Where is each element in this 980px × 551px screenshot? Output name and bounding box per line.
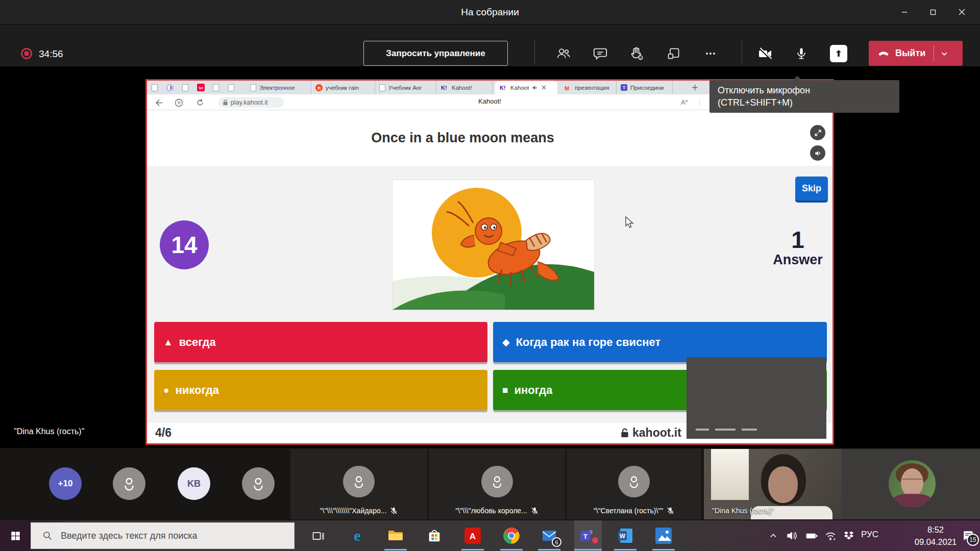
notification-count: 15 <box>969 536 976 543</box>
tab-close-icon[interactable] <box>541 85 547 90</box>
new-tab-button[interactable] <box>688 82 701 93</box>
answer-text: всегда <box>179 336 216 349</box>
taskbar-photos[interactable] <box>654 527 673 545</box>
teams-meeting-window: На собрании 34:56 Запросить управление В… <box>0 0 980 551</box>
taskbar-edge[interactable]: e <box>348 527 366 545</box>
pinned-tab-3[interactable] <box>178 81 193 94</box>
shared-browser-window: ivi Электронное Я учебник rain Учебник А… <box>145 79 834 445</box>
chat-button[interactable] <box>591 44 609 63</box>
photos-icon <box>655 528 672 544</box>
pinned-tab-5[interactable] <box>208 81 224 94</box>
participant-tile[interactable]: "\"Светлана (гость)\"" <box>567 449 701 519</box>
breakout-rooms-button[interactable] <box>665 44 683 63</box>
tab-electronnoe[interactable]: Электронное <box>246 81 311 94</box>
participant-video-tile[interactable]: "Dina Khus (гость)" <box>704 449 842 519</box>
share-screen-button[interactable] <box>830 45 847 62</box>
mic-off-icon <box>667 507 674 515</box>
raise-hand-button[interactable] <box>627 44 646 63</box>
participant-avatar-initials[interactable]: KB <box>178 467 210 500</box>
overflow-participants-avatar[interactable]: +10 <box>49 467 82 500</box>
photo-face <box>901 468 923 497</box>
tab-label: Учебник Анг <box>388 85 422 91</box>
tab-prisoedini[interactable]: T Присоедини <box>617 81 673 94</box>
start-button[interactable] <box>0 520 31 551</box>
person-icon <box>120 475 138 492</box>
running-indicator <box>538 549 560 550</box>
taskbar-chrome[interactable] <box>502 527 521 545</box>
leave-button-label: Выйти <box>895 48 925 59</box>
svg-text:ivi: ivi <box>199 86 203 90</box>
tab-kahoot-1[interactable]: K! Kahoot! <box>436 81 493 94</box>
toolbar-separator <box>534 40 535 64</box>
person-icon <box>489 473 505 490</box>
answer-option-blue[interactable]: ◆ Когда рак на горе свиснет <box>493 322 827 362</box>
breakout-rooms-icon <box>667 46 681 61</box>
participant-tile[interactable]: "\"\\\"любовь короле... <box>429 449 565 519</box>
participants-button[interactable] <box>554 44 573 63</box>
search-icon <box>42 531 53 541</box>
crawfish-illustration <box>393 180 594 310</box>
mute-mic-tooltip: Отключить микрофон (CTRL+SHIFT+M) <box>709 80 899 113</box>
edge-icon: e <box>349 527 366 544</box>
taskbar-search[interactable] <box>31 522 295 549</box>
answer-option-red[interactable]: ▲ всегда <box>154 322 487 362</box>
tab-uchebnik-rain[interactable]: Я учебник rain <box>311 81 375 94</box>
taskbar-word[interactable]: W <box>616 527 634 545</box>
teams-recording-badge <box>591 536 599 544</box>
minimize-button[interactable] <box>890 0 919 24</box>
chevron-down-icon[interactable] <box>939 48 950 59</box>
request-control-button[interactable]: Запросить управление <box>363 41 508 66</box>
close-button[interactable] <box>947 0 976 24</box>
leave-meeting-button[interactable]: Выйти <box>869 41 963 66</box>
running-indicator <box>574 549 602 550</box>
more-options-button[interactable] <box>701 44 720 63</box>
running-indicator <box>652 549 675 550</box>
tray-language[interactable]: РУС <box>859 530 881 540</box>
camera-off-button[interactable] <box>756 44 774 63</box>
hangup-icon <box>877 47 890 60</box>
tab-audio-icon[interactable] <box>532 85 538 91</box>
tab-label: Kahoot <box>510 85 529 91</box>
taskbar-acrobat[interactable]: A <box>463 527 482 545</box>
answer-option-yellow[interactable]: ● никогда <box>154 370 487 410</box>
censored-text-remnant <box>715 429 736 431</box>
tray-dropbox[interactable] <box>840 527 858 545</box>
participant-avatar[interactable] <box>242 467 275 500</box>
svg-text:T: T <box>623 85 626 90</box>
tray-battery[interactable] <box>802 527 821 545</box>
participant-tile[interactable]: "\"\\\"\\\\\\\"Хайдаро... <box>290 449 427 519</box>
share-arrow-icon <box>834 48 844 59</box>
pinned-tab-4[interactable]: ivi <box>193 81 208 94</box>
answer-text: иногда <box>514 384 552 397</box>
microphone-button[interactable] <box>792 44 811 63</box>
answer-text: Когда рак на горе свиснет <box>516 336 661 349</box>
skip-button[interactable]: Skip <box>795 177 828 201</box>
taskbar-file-explorer[interactable] <box>386 527 405 545</box>
tab-prezentacia[interactable]: M презентация <box>560 81 617 94</box>
camera-off-icon <box>757 45 773 62</box>
tab-kahoot-active[interactable]: K! Kahoot <box>495 81 557 94</box>
participant-avatar[interactable] <box>113 467 145 500</box>
svg-text:A: A <box>470 532 476 541</box>
taskbar-store[interactable] <box>425 527 444 545</box>
sound-button[interactable] <box>810 145 825 161</box>
translate-icon[interactable]: Aя <box>681 98 688 106</box>
search-input[interactable] <box>61 531 275 541</box>
running-indicator <box>384 549 407 550</box>
pinned-tab-6[interactable] <box>224 81 239 94</box>
task-view-button[interactable] <box>309 527 327 545</box>
svg-text:W: W <box>620 533 626 540</box>
tray-expand-button[interactable] <box>764 527 782 545</box>
person-face <box>768 466 798 503</box>
svg-text:Я: Я <box>317 85 321 90</box>
pinned-tab-2[interactable] <box>162 81 178 94</box>
teams-icon: T <box>621 84 627 91</box>
fullscreen-button[interactable] <box>810 125 825 140</box>
maximize-button[interactable] <box>919 0 947 24</box>
pinned-tab-1[interactable] <box>147 81 162 94</box>
tab-uchebnik-ang[interactable]: Учебник Анг <box>375 81 436 94</box>
tray-network[interactable] <box>821 527 840 545</box>
tray-volume[interactable] <box>782 527 801 545</box>
participant-photo-tile[interactable] <box>842 449 980 519</box>
window-light <box>711 449 749 500</box>
